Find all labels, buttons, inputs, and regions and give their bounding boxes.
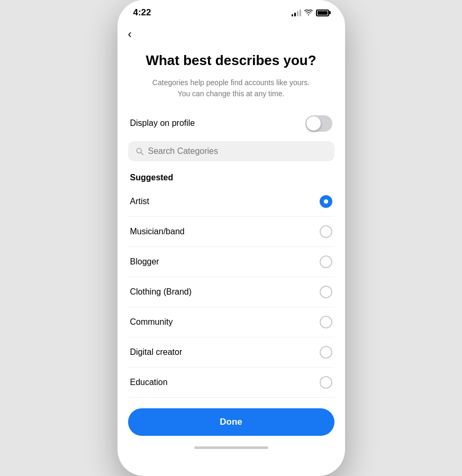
wifi-icon (304, 10, 313, 16)
svg-line-1 (141, 152, 143, 154)
radio-button-artist[interactable] (320, 195, 332, 208)
display-on-profile-toggle[interactable] (305, 115, 332, 132)
category-name-education: Education (130, 378, 168, 387)
toggle-knob (306, 116, 321, 131)
category-name-blogger: Blogger (130, 257, 159, 267)
phone-frame: 4:22 ‹ What best describe (117, 0, 345, 476)
category-name-community: Community (130, 317, 173, 327)
display-on-profile-label: Display on profile (130, 118, 195, 128)
radio-button-education[interactable] (320, 376, 332, 389)
list-item[interactable]: Clothing (Brand) (128, 277, 334, 307)
list-item[interactable]: Musician/band (128, 217, 334, 247)
back-button[interactable]: ‹ (128, 22, 132, 52)
list-item[interactable]: Blogger (128, 247, 334, 277)
display-on-profile-row: Display on profile (128, 115, 334, 132)
radio-button-digital-creator[interactable] (320, 346, 332, 359)
category-name-digital-creator: Digital creator (130, 347, 183, 357)
category-name-clothing: Clothing (Brand) (130, 287, 192, 297)
status-time: 4:22 (133, 7, 151, 18)
page-title: What best describes you? (128, 52, 334, 70)
status-icons (292, 9, 329, 16)
category-name-artist: Artist (130, 197, 149, 206)
radio-button-musician[interactable] (320, 225, 332, 238)
list-item[interactable]: Artist (128, 187, 334, 217)
radio-button-community[interactable] (320, 316, 332, 328)
content-area: ‹ What best describes you? Categories he… (117, 22, 345, 472)
suggested-label: Suggested (128, 173, 334, 182)
radio-button-clothing[interactable] (320, 286, 332, 298)
search-icon (135, 147, 144, 155)
search-input[interactable] (148, 147, 327, 156)
list-item[interactable]: Community (128, 307, 334, 337)
list-item[interactable]: Education (128, 368, 334, 398)
category-list: Artist Musician/band Blogger Clothing (B… (128, 187, 334, 398)
search-container[interactable] (128, 141, 334, 161)
signal-icon (292, 9, 301, 16)
home-indicator (194, 446, 268, 449)
battery-icon (316, 10, 329, 16)
category-name-musician: Musician/band (130, 227, 185, 236)
svg-point-0 (137, 148, 141, 153)
back-arrow-icon: ‹ (128, 28, 132, 41)
page-subtitle: Categories help people find accounts lik… (128, 77, 334, 99)
list-item[interactable]: Digital creator (128, 337, 334, 368)
done-button[interactable]: Done (128, 408, 334, 436)
status-bar: 4:22 (117, 0, 345, 22)
radio-button-blogger[interactable] (320, 255, 332, 268)
